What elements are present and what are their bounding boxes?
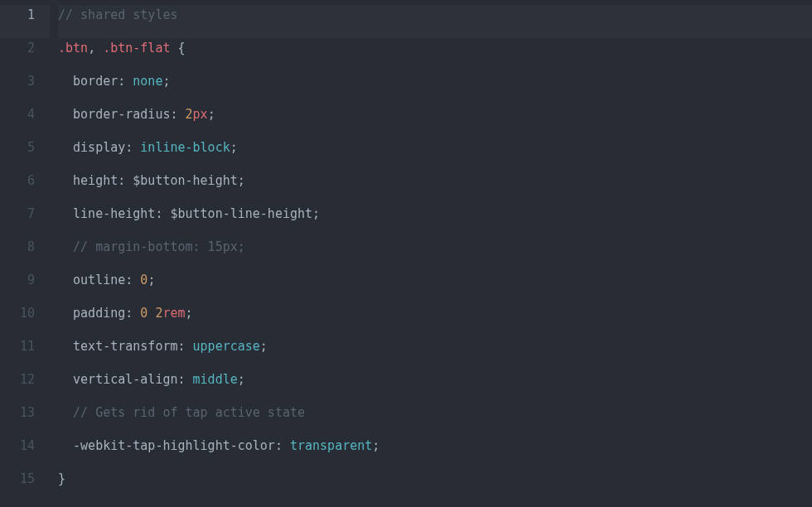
token-number: 0 [140,273,147,287]
token-colon: : [178,339,193,354]
indent [58,239,73,254]
line-number: 1 [0,5,50,38]
token-colon: : [125,306,140,321]
token-keyword: uppercase [193,339,260,354]
code-line[interactable]: border: none; [58,71,812,104]
token-punct: ; [230,140,238,155]
token-punct: } [58,471,65,486]
code-line[interactable]: // Gets rid of tap active state [58,403,812,436]
line-number-text: 8 [27,239,35,254]
line-number-text: 5 [27,140,35,155]
token-punct: ; [186,306,193,321]
token-punct: ; [238,173,245,188]
token-keyword: inline-block [140,140,230,155]
code-line[interactable]: -webkit-tap-highlight-color: transparent… [58,436,812,469]
line-number: 4 [0,104,50,138]
token-prop: line-height [73,206,155,221]
line-number-gutter: 123456789101112131415 [0,0,50,507]
code-line[interactable]: outline: 0; [58,270,812,303]
line-number-text: 4 [27,107,35,122]
token-prop: vertical-align [73,372,177,387]
line-number: 7 [0,204,50,237]
line-number: 12 [0,369,50,403]
indent [58,438,73,453]
indent [58,206,73,221]
token-punct: ; [312,206,320,221]
line-number: 9 [0,270,50,303]
indent [58,273,73,287]
code-line[interactable]: } [58,469,812,502]
line-number: 3 [0,71,50,104]
indent [58,339,73,354]
line-number-text: 11 [20,339,35,354]
line-number: 15 [0,469,50,502]
line-number-text: 9 [27,273,35,287]
line-number-text: 10 [20,306,35,321]
line-number: 13 [0,403,50,436]
line-number-text: 15 [20,471,35,486]
token-punct: ; [238,372,245,387]
token-prop: border [73,74,118,89]
token-punct: , [88,41,103,56]
token-punct: { [170,41,185,56]
line-number: 2 [0,38,50,71]
line-number: 14 [0,436,50,469]
token-comment: // Gets rid of tap active state [73,405,305,420]
token-colon: : [118,74,133,89]
line-number: 10 [0,303,50,336]
code-line[interactable]: vertical-align: middle; [58,369,812,403]
indent [58,405,73,420]
token-colon: : [125,140,140,155]
indent [58,173,73,188]
token-comment: // margin-bottom: 15px; [73,239,245,254]
token-colon: : [178,372,193,387]
token-colon: : [170,107,185,122]
token-prop: display [73,140,125,155]
token-punct: ; [162,74,170,89]
token-prop: height [73,173,118,188]
code-editor[interactable]: 123456789101112131415 // shared styles.b… [0,0,812,507]
token-colon: : [118,173,133,188]
code-line[interactable]: line-height: $button-line-height; [58,204,812,237]
code-line[interactable]: text-transform: uppercase; [58,336,812,369]
token-number: 2 [155,306,162,321]
code-line[interactable]: display: inline-block; [58,138,812,171]
token-punct: ; [260,339,268,354]
token-keyword: middle [193,372,238,387]
line-number-text: 6 [27,173,35,188]
code-area[interactable]: // shared styles.btn, .btn-flat { border… [50,0,812,507]
token-keyword: transparent [290,438,372,453]
token-colon: : [125,273,140,287]
token-unit: px [193,107,208,122]
token-colon: : [275,438,290,453]
code-line[interactable]: .btn, .btn-flat { [58,38,812,71]
code-line[interactable]: padding: 0 2rem; [58,303,812,336]
token-plain [147,306,155,321]
line-number-text: 2 [27,41,35,56]
token-keyword: none [133,74,162,89]
token-prop: padding [73,306,125,321]
token-prop: border-radius [73,107,170,122]
indent [58,306,73,321]
code-line[interactable]: // margin-bottom: 15px; [58,237,812,270]
line-number: 6 [0,171,50,204]
code-line[interactable]: // shared styles [58,5,812,38]
token-unit: rem [162,306,185,321]
code-line[interactable]: border-radius: 2px; [58,104,812,138]
line-number-text: 12 [20,372,35,387]
code-line[interactable]: height: $button-height; [58,171,812,204]
token-var: $button-line-height [170,206,312,221]
line-number: 5 [0,138,50,171]
line-number-text: 13 [20,405,35,420]
token-var: $button-height [133,173,237,188]
token-prop: outline [73,273,125,287]
token-number: 2 [186,107,193,122]
token-number: 0 [140,306,147,321]
token-prop: text-transform [73,339,177,354]
line-number-text: 14 [20,438,35,453]
line-number-text: 1 [27,7,35,22]
token-comment: // shared styles [58,7,178,22]
line-number-text: 3 [27,74,35,89]
token-selector: .btn [58,41,88,56]
token-selector: .btn-flat [103,41,170,56]
